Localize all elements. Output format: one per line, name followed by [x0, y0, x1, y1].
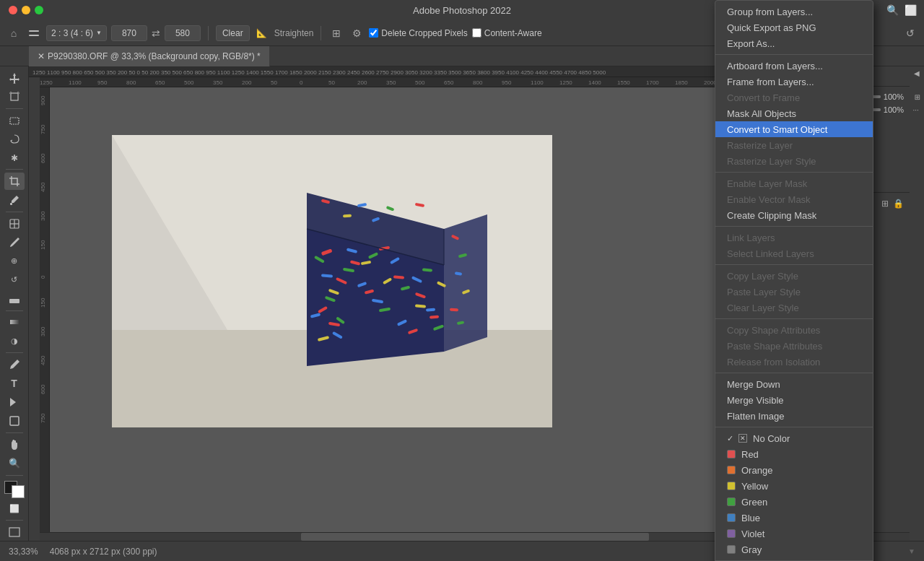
svg-rect-10 — [10, 203, 12, 205]
svg-text:600: 600 — [40, 384, 46, 394]
svg-text:600: 600 — [40, 153, 46, 163]
background-color[interactable] — [12, 485, 25, 498]
menu-item-red[interactable]: Red — [715, 446, 873, 462]
quick-mask-tool[interactable]: ⬜ — [4, 500, 25, 517]
artboard-tool[interactable] — [4, 88, 25, 105]
brush-tool[interactable] — [4, 234, 25, 251]
menu-item-flatten-image[interactable]: Flatten Image — [715, 408, 873, 424]
maximize-button[interactable] — [35, 6, 43, 14]
menu-item-select-linked-layers: Select Linked Layers — [715, 245, 873, 261]
panels-icon[interactable]: ⬜ — [905, 4, 917, 16]
svg-text:1100: 1100 — [69, 79, 82, 86]
svg-text:150: 150 — [40, 297, 46, 308]
menu-item-frame-from-layers[interactable]: Frame from Layers... — [715, 74, 873, 90]
crop-tool[interactable] — [4, 173, 25, 190]
menu-separator — [715, 373, 873, 373]
expand-panel-icon[interactable]: ◀ — [914, 69, 920, 77]
clone-stamp-tool[interactable]: ⊕ — [4, 253, 25, 270]
svg-rect-4 — [11, 93, 18, 100]
move-icon[interactable] — [26, 25, 42, 41]
path-selection-tool[interactable] — [4, 393, 25, 411]
screen-mode-tool[interactable] — [4, 523, 25, 541]
shape-tool[interactable] — [4, 412, 25, 430]
menu-item-label-rasterize-layer: Rasterize Layer — [727, 140, 793, 151]
history-brush-tool[interactable]: ↺ — [4, 271, 25, 289]
close-button[interactable] — [9, 6, 17, 14]
lasso-tool[interactable] — [4, 131, 25, 148]
pen-tool[interactable] — [4, 356, 25, 373]
menu-item-merge-visible[interactable]: Merge Visible — [715, 392, 873, 408]
svg-text:1850: 1850 — [675, 79, 688, 86]
menu-item-mask-all-objects[interactable]: Mask All Objects — [715, 105, 873, 121]
menu-item-export-as[interactable]: Export As... — [715, 35, 873, 51]
eyedropper-tool[interactable] — [4, 191, 25, 209]
eraser-tool[interactable] — [4, 290, 25, 308]
height-input[interactable]: 580 — [165, 25, 201, 41]
color-swatch-orange — [727, 466, 736, 474]
content-aware-label[interactable]: Content-Aware — [472, 28, 542, 38]
app-title: Adobe Photoshop 2022 — [413, 5, 511, 16]
menu-item-quick-export[interactable]: Quick Export as PNG — [715, 19, 873, 35]
add-path-icon[interactable]: ⊞ — [881, 199, 889, 209]
h-scrollbar-thumb[interactable] — [301, 533, 649, 541]
menu-item-label-select-linked-layers: Select Linked Layers — [727, 248, 814, 259]
zoom-tool[interactable]: 🔍 — [4, 455, 25, 472]
grid-icon[interactable]: ⊞ — [328, 25, 344, 41]
traffic-lights[interactable] — [9, 6, 43, 14]
adjustments-icon[interactable]: ⊞ — [913, 95, 921, 100]
menu-item-label-quick-export: Quick Export as PNG — [727, 22, 816, 33]
move-tool[interactable] — [4, 69, 25, 87]
more-icon[interactable]: ··· — [913, 106, 921, 114]
home-icon[interactable]: ⌂ — [6, 25, 22, 41]
svg-text:800: 800 — [473, 79, 483, 86]
opacity-value: 100% — [884, 92, 904, 101]
menu-item-convert-to-frame: Convert to Frame — [715, 90, 873, 105]
svg-text:350: 350 — [213, 79, 223, 86]
document-tab[interactable]: ✕ P9290380.ORF @ 33,3% (Background copy,… — [29, 46, 270, 66]
menu-item-gray[interactable]: Gray — [715, 542, 873, 557]
menu-item-no-color[interactable]: ✓✕No Color — [715, 430, 873, 446]
straighten-icon[interactable]: 📐 — [254, 25, 270, 41]
color-swatches[interactable] — [4, 481, 25, 498]
menu-item-enable-layer-mask: Enable Layer Mask — [715, 175, 873, 191]
svg-text:650: 650 — [155, 79, 165, 86]
patch-tool[interactable] — [4, 215, 25, 232]
menu-item-link-layers: Link Layers — [715, 230, 873, 245]
delete-cropped-checkbox[interactable] — [369, 28, 378, 38]
menu-item-convert-to-smart-object[interactable]: Convert to Smart Object — [715, 121, 873, 137]
menu-item-violet[interactable]: Violet — [715, 526, 873, 542]
delete-path-icon[interactable]: 🔒 — [893, 199, 904, 209]
menu-item-create-clipping-mask[interactable]: Create Clipping Mask — [715, 207, 873, 223]
menu-item-artboard-from-layers[interactable]: Artboard from Layers... — [715, 58, 873, 74]
menu-item-orange[interactable]: Orange — [715, 462, 873, 478]
gradient-tool[interactable] — [4, 314, 25, 331]
svg-text:500: 500 — [184, 79, 194, 86]
search-icon[interactable]: 🔍 — [886, 4, 899, 16]
menu-separator — [715, 172, 873, 173]
magic-wand-tool[interactable]: ✱ — [4, 149, 25, 167]
menu-item-copy-layer-style: Copy Layer Style — [715, 268, 873, 284]
clear-button[interactable]: Clear — [216, 25, 250, 41]
menu-item-label-create-clipping-mask: Create Clipping Mask — [727, 210, 816, 221]
dodge-tool[interactable]: ◑ — [4, 332, 25, 349]
content-aware-checkbox[interactable] — [472, 28, 481, 38]
menu-item-yellow[interactable]: Yellow — [715, 478, 873, 494]
tool-divider-2 — [6, 169, 23, 170]
menu-item-merge-down[interactable]: Merge Down — [715, 376, 873, 392]
menu-item-blue[interactable]: Blue — [715, 510, 873, 526]
svg-text:650: 650 — [444, 79, 454, 86]
settings-icon[interactable]: ⚙ — [349, 25, 365, 41]
swap-icon[interactable]: ⇄ — [152, 27, 160, 39]
minimize-button[interactable] — [22, 6, 30, 14]
hand-tool[interactable] — [4, 436, 25, 453]
menu-item-green[interactable]: Green — [715, 494, 873, 510]
menu-item-group-from-layers[interactable]: Group from Layers... — [715, 4, 873, 19]
svg-text:200: 200 — [357, 79, 367, 86]
history-icon[interactable]: ↺ — [902, 25, 918, 41]
menu-item-label-violet: Violet — [741, 529, 764, 539]
width-input[interactable]: 870 — [111, 25, 147, 41]
marquee-tool[interactable] — [4, 112, 25, 129]
type-tool[interactable]: T — [4, 375, 25, 392]
delete-cropped-label[interactable]: Delete Cropped Pixels — [369, 28, 467, 38]
aspect-ratio-dropdown[interactable]: 2 : 3 (4 : 6) ▼ — [46, 25, 107, 41]
